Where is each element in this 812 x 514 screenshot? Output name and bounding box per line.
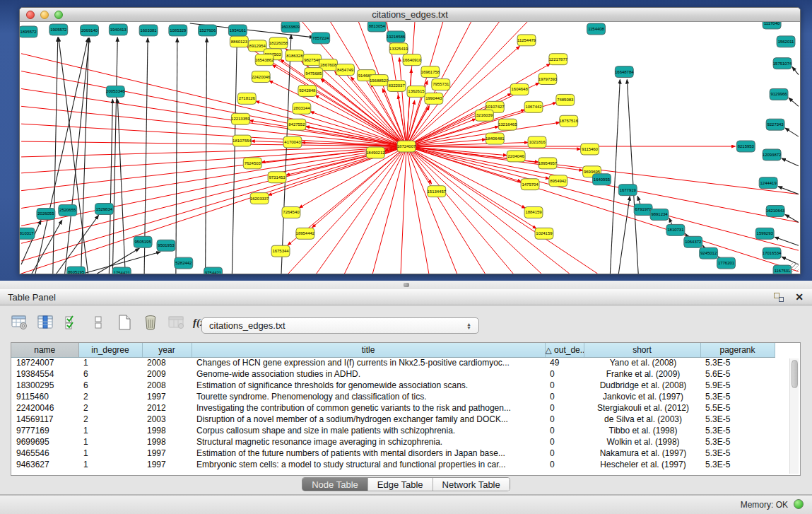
graph-node[interactable]: 9129966 <box>770 88 788 100</box>
table-cell[interactable]: Dudbridge et al. (2008) <box>584 380 700 391</box>
table-cell[interactable]: 6 <box>78 380 142 391</box>
table-settings-icon[interactable] <box>10 313 30 332</box>
graph-node[interactable]: 1810731 <box>666 224 685 235</box>
table-cell[interactable]: Hescheler et al. (1997) <box>584 459 700 470</box>
graph-node[interactable]: 9731453 <box>268 172 286 183</box>
graph-node[interactable]: 12217877 <box>549 54 568 65</box>
graph-node[interactable]: 15688520 <box>370 75 389 86</box>
table-cell[interactable]: 5.9E-5 <box>700 380 775 391</box>
table-cell[interactable]: 5.3E-5 <box>700 357 775 368</box>
graph-node[interactable]: 8605195 <box>67 267 86 274</box>
table-cell[interactable]: 2008 <box>142 380 192 391</box>
table-cell[interactable]: 18300295 <box>11 380 78 391</box>
table-cell[interactable]: 5.3E-5 <box>700 425 775 436</box>
close-panel-icon[interactable]: ✕ <box>795 291 804 303</box>
graph-node[interactable]: 1527606 <box>199 25 217 36</box>
graph-node[interactable]: 13216465 <box>498 119 517 130</box>
graph-node[interactable]: 1021816 <box>528 136 546 148</box>
graph-edge[interactable] <box>53 37 58 274</box>
table-cell[interactable]: 0 <box>545 459 584 470</box>
show-columns-icon[interactable] <box>36 313 56 332</box>
table-cell[interactable]: 2009 <box>142 368 192 380</box>
graph-edge[interactable] <box>406 111 486 146</box>
column-header-year[interactable]: year <box>142 343 192 357</box>
table-cell[interactable]: 49 <box>545 357 584 368</box>
table-cell[interactable]: Tibbo et al. (1998) <box>584 425 700 436</box>
graph-node[interactable]: 2520655 <box>59 205 77 216</box>
graph-node[interactable]: 1895572 <box>20 26 37 37</box>
table-cell[interactable]: 1 <box>78 448 142 459</box>
graph-edge[interactable] <box>109 99 112 274</box>
graph-node[interactable]: 1675344 <box>271 245 290 257</box>
graph-node[interactable]: 1599293 <box>755 228 774 239</box>
graph-node[interactable]: 7624503 <box>243 158 261 169</box>
graph-edge[interactable] <box>406 146 457 274</box>
table-cell[interactable]: 9699695 <box>11 436 78 448</box>
graph-node[interactable]: 1024159 <box>535 228 553 239</box>
table-cell[interactable]: 9465546 <box>11 448 78 459</box>
table-cell[interactable]: 0 <box>545 368 584 380</box>
graph-node[interactable]: 8813054 <box>367 22 386 32</box>
table-cell[interactable]: 5.3E-5 <box>700 414 775 425</box>
table-cell[interactable]: 0 <box>545 391 584 402</box>
table-cell[interactable]: Jankovic et al. (1997) <box>584 391 700 402</box>
delete-column-icon[interactable] <box>141 313 160 332</box>
graph-node[interactable]: 2204046 <box>507 151 525 162</box>
table-cell[interactable]: 1 <box>78 436 142 448</box>
graph-node[interactable]: 8215953 <box>736 141 755 152</box>
table-cell[interactable]: 0 <box>545 380 584 391</box>
table-row[interactable]: 911546021997Tourette syndrome. Phenomeno… <box>11 391 775 402</box>
graph-edge[interactable] <box>32 220 62 274</box>
graph-node[interactable]: 18724007 <box>397 141 416 152</box>
graph-edge[interactable] <box>618 197 630 274</box>
graph-node[interactable]: 18406481 <box>486 133 505 144</box>
graph-node[interactable]: 3216039 <box>475 110 493 121</box>
table-row[interactable]: 1872400712008Changes of HCN gene express… <box>11 357 775 368</box>
graph-edge[interactable] <box>406 146 799 250</box>
graph-node[interactable]: 18490212 <box>366 147 385 158</box>
column-header-name[interactable]: name <box>11 343 78 357</box>
graph-edge[interactable] <box>35 38 88 274</box>
table-cell[interactable]: Nakamura et al. (1997) <box>584 448 700 459</box>
table-cell[interactable]: Disruption of a novel member of a sodium… <box>192 414 545 425</box>
table-cell[interactable]: de Silva et al. (2003) <box>584 414 700 425</box>
new-column-icon[interactable] <box>114 313 134 332</box>
table-row[interactable]: 2242004622012Investigating the contribut… <box>11 402 775 414</box>
graph-edge[interactable] <box>232 38 237 274</box>
graph-node[interactable]: 2803144 <box>293 103 311 114</box>
table-scrollbar[interactable] <box>789 358 799 474</box>
table-cell[interactable]: 0 <box>545 436 584 448</box>
graph-node[interactable]: 16961758 <box>421 66 440 78</box>
graph-node[interactable]: 1954161 <box>228 25 247 36</box>
table-cell[interactable]: Estimation of significance thresholds fo… <box>192 380 545 391</box>
graph-node[interactable]: 15751074 <box>773 58 792 69</box>
table-cell[interactable]: 2 <box>78 402 142 414</box>
graph-node[interactable]: 16543862 <box>255 54 274 66</box>
table-cell[interactable]: 5.3E-5 <box>700 459 775 470</box>
graph-node[interactable]: 16203337 <box>250 193 269 204</box>
graph-node[interactable]: 8427552 <box>288 119 306 130</box>
graph-node[interactable]: 1154408 <box>587 23 606 35</box>
table-cell[interactable]: 22420046 <box>11 402 78 414</box>
graph-node[interactable]: 18954957 <box>539 158 558 169</box>
network-window-titlebar[interactable]: citations_edges.txt <box>20 8 800 22</box>
graph-node[interactable]: 1529834 <box>95 204 114 215</box>
graph-edge[interactable] <box>406 146 429 274</box>
column-header-in_degree[interactable]: in_degree <box>78 343 142 357</box>
graph-edge[interactable] <box>792 67 799 75</box>
graph-edge[interactable] <box>406 146 513 274</box>
table-cell[interactable]: 1997 <box>142 391 192 402</box>
graph-node[interactable]: 16640910 <box>403 54 422 66</box>
graph-node[interactable]: 9754421 <box>204 267 223 274</box>
window-resize-grip[interactable] <box>789 263 799 272</box>
graph-node[interactable]: 1475704 <box>521 179 539 190</box>
graph-edge[interactable] <box>21 146 406 226</box>
table-cell[interactable]: 2 <box>78 391 142 402</box>
table-cell[interactable]: 1997 <box>142 448 192 459</box>
table-cell[interactable]: 1 <box>78 459 142 470</box>
graph-edge[interactable] <box>206 38 207 274</box>
graph-edge[interactable] <box>406 146 799 271</box>
graph-node[interactable]: 16210643 <box>766 206 785 217</box>
table-row[interactable]: 1456911722003Disruption of a novel membe… <box>11 414 775 425</box>
graph-node[interactable]: 22420046 <box>252 71 271 83</box>
